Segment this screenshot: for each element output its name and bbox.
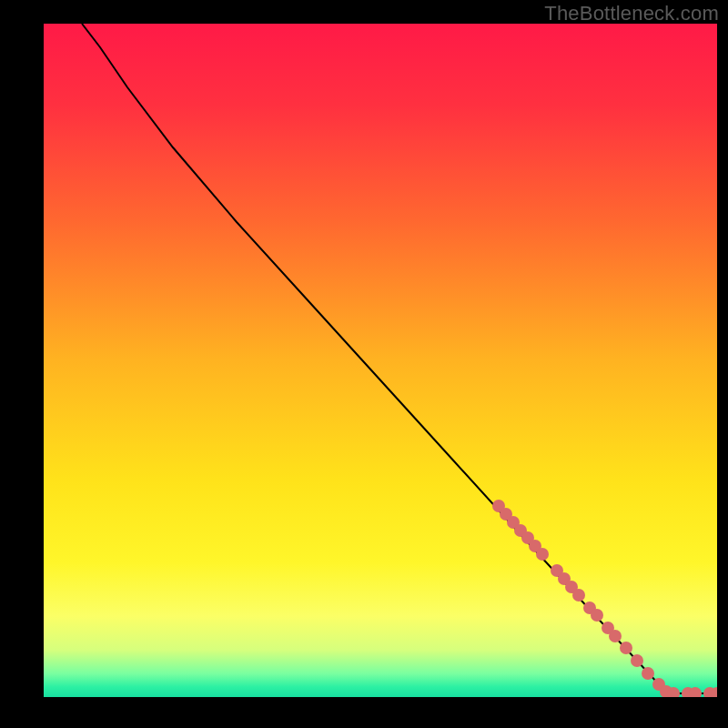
data-point <box>572 589 585 602</box>
data-point <box>667 687 680 700</box>
gradient-background <box>44 24 717 697</box>
watermark-text: TheBottleneck.com <box>544 2 719 25</box>
bottleneck-chart <box>0 0 728 728</box>
data-point <box>711 687 723 700</box>
data-point <box>609 630 622 642</box>
data-point <box>536 548 549 561</box>
chart-container: TheBottleneck.com <box>0 0 728 728</box>
data-point <box>642 667 654 680</box>
data-point <box>591 609 603 622</box>
data-point <box>689 687 702 700</box>
data-point <box>631 654 643 667</box>
data-point <box>620 642 632 654</box>
